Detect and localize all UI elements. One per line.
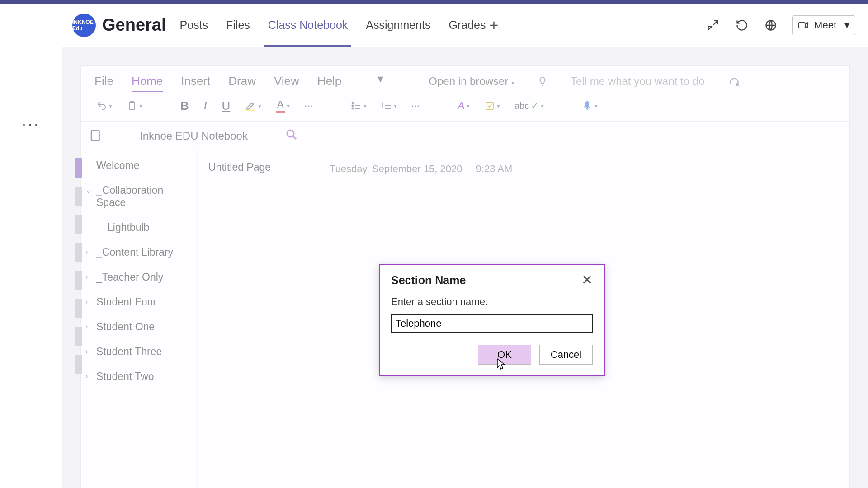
channel-title: General bbox=[102, 15, 166, 35]
dialog-prompt: Enter a section name: bbox=[391, 296, 593, 308]
ok-button[interactable]: OK bbox=[478, 345, 531, 365]
channel-tabs: PostsFilesClass NotebookAssignmentsGrade… bbox=[178, 4, 488, 47]
tab-assignments[interactable]: Assignments bbox=[364, 4, 432, 47]
section-name-input[interactable] bbox=[391, 314, 593, 333]
chevron-down-icon[interactable]: ▾ bbox=[844, 19, 849, 31]
meet-button[interactable]: Meet ▾ bbox=[792, 15, 855, 35]
dialog-title: Section Name bbox=[391, 274, 466, 287]
tab-posts[interactable]: Posts bbox=[178, 4, 210, 47]
globe-icon[interactable] bbox=[763, 18, 778, 33]
reload-icon[interactable] bbox=[734, 18, 750, 33]
tab-grades[interactable]: Grades bbox=[447, 4, 487, 47]
app-rail: ··· bbox=[0, 4, 62, 488]
add-tab-button[interactable]: + bbox=[487, 16, 500, 34]
meet-label: Meet bbox=[814, 19, 836, 31]
team-avatar-label: INKNOE Edu bbox=[72, 19, 96, 32]
team-avatar[interactable]: INKNOE Edu bbox=[72, 14, 96, 37]
section-name-dialog: Section Name ✕ Enter a section name: OK … bbox=[379, 264, 605, 376]
expand-icon[interactable] bbox=[705, 18, 721, 33]
svg-rect-1 bbox=[799, 23, 805, 28]
channel-header: INKNOE Edu General PostsFilesClass Noteb… bbox=[62, 4, 868, 47]
close-icon[interactable]: ✕ bbox=[581, 273, 593, 287]
tab-class-notebook[interactable]: Class Notebook bbox=[266, 4, 349, 47]
cancel-button[interactable]: Cancel bbox=[539, 345, 593, 365]
more-apps-icon[interactable]: ··· bbox=[0, 115, 62, 132]
video-icon bbox=[798, 20, 809, 31]
tab-files[interactable]: Files bbox=[224, 4, 252, 47]
